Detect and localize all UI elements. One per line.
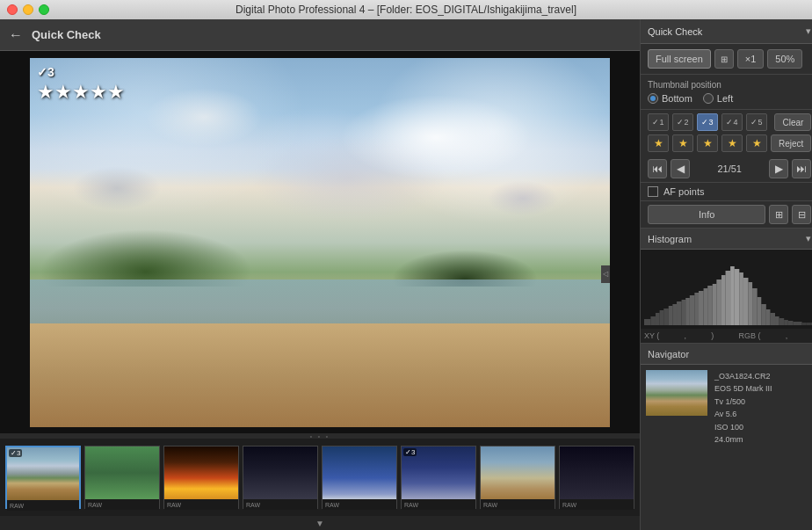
- zoom-button[interactable]: 50%: [767, 49, 802, 69]
- nav-first-button[interactable]: ⏮: [648, 159, 667, 178]
- svg-rect-23: [743, 278, 749, 325]
- radio-left[interactable]: Left: [703, 93, 733, 104]
- thumbnail-7[interactable]: RAW: [559, 446, 634, 509]
- check-badge-overlay: ✓3: [37, 65, 54, 79]
- back-button[interactable]: ←: [9, 27, 23, 43]
- thumbnail-2[interactable]: RAW: [163, 446, 239, 509]
- svg-rect-24: [748, 282, 752, 325]
- thumb-info-0: RAW: [7, 500, 79, 511]
- star-2[interactable]: ★: [672, 134, 693, 152]
- svg-rect-34: [793, 322, 797, 325]
- rgb-comma: ,: [786, 331, 788, 340]
- overlay-icon-button[interactable]: ⊞: [769, 205, 788, 224]
- thumb-img-3: [243, 447, 317, 499]
- thumb-img-4: [323, 447, 396, 499]
- info-button[interactable]: Info: [648, 205, 765, 224]
- svg-rect-22: [739, 272, 743, 325]
- thumbnail-5[interactable]: ✓3 RAW: [401, 446, 476, 509]
- check-5[interactable]: ✓5: [746, 113, 767, 131]
- quick-check-label: Quick Check: [648, 26, 702, 37]
- histogram-label: Histogram: [648, 234, 692, 244]
- thumbnail-6[interactable]: RAW: [480, 446, 555, 509]
- check-3[interactable]: ✓3: [697, 113, 718, 131]
- xy-comma: ,: [685, 331, 687, 340]
- histogram-section: Histogram ▾: [641, 229, 812, 344]
- svg-rect-33: [788, 321, 794, 325]
- navigator-thumbnail: [646, 370, 707, 416]
- thumbnail-position-label: Thumbnail position: [648, 80, 811, 90]
- thumbnail-1[interactable]: RAW: [84, 446, 160, 509]
- histogram-values: XY ( , ) RGB ( , ): [641, 329, 812, 343]
- star-1[interactable]: ★: [648, 134, 669, 152]
- thumb-badge-5: ✓3: [403, 448, 417, 456]
- svg-rect-18: [721, 275, 726, 325]
- radio-bottom[interactable]: Bottom: [648, 93, 692, 104]
- x1-button[interactable]: ×1: [737, 49, 765, 69]
- check-1[interactable]: ✓1: [648, 113, 669, 131]
- svg-rect-12: [694, 293, 699, 325]
- svg-rect-1: [644, 319, 650, 325]
- nav-counter: 21/51: [693, 163, 765, 174]
- svg-rect-27: [761, 304, 766, 325]
- view-buttons-row: Full screen ⊞ ×1 50%: [641, 44, 812, 75]
- navigator-section: Navigator _O3A1824.CR2 EOS 5D Mark III T…: [641, 344, 812, 530]
- check-2[interactable]: ✓2: [672, 113, 693, 131]
- af-points-label: AF points: [663, 186, 704, 197]
- svg-rect-32: [784, 320, 788, 325]
- af-points-checkbox[interactable]: [648, 186, 658, 197]
- thumbnail-3[interactable]: RAW: [243, 446, 318, 509]
- reject-button[interactable]: Reject: [771, 134, 811, 152]
- star-5[interactable]: ★: [746, 134, 767, 152]
- nav-iso: ISO 100: [714, 421, 772, 433]
- histogram-canvas: [641, 250, 812, 329]
- star-4[interactable]: ★: [721, 134, 743, 152]
- svg-rect-3: [656, 313, 660, 325]
- histogram-expand-icon[interactable]: ▾: [806, 233, 811, 244]
- thumb-info-1: RAW: [85, 499, 159, 510]
- thumb-info-7: RAW: [560, 499, 634, 510]
- svg-rect-13: [699, 291, 704, 325]
- minimize-button[interactable]: [23, 4, 33, 15]
- svg-rect-8: [677, 301, 682, 325]
- thumb-badge-0: ✓3: [9, 449, 22, 457]
- nav-prev-button[interactable]: ◀: [671, 159, 690, 178]
- svg-rect-29: [770, 313, 775, 325]
- nav-next-button[interactable]: ▶: [769, 159, 788, 178]
- clear-button[interactable]: Clear: [774, 113, 811, 131]
- navigator-content: _O3A1824.CR2 EOS 5D Mark III Tv 1/500 Av…: [641, 365, 812, 451]
- window-title: Digital Photo Professional 4 – [Folder: …: [236, 4, 576, 16]
- histogram-header: Histogram ▾: [641, 229, 812, 250]
- main-photo: ✓3 ★★★★★: [30, 58, 610, 427]
- full-screen-button[interactable]: Full screen: [648, 49, 711, 69]
- svg-rect-19: [726, 271, 731, 325]
- panel-expand-button[interactable]: ◁: [601, 265, 610, 283]
- star-3[interactable]: ★: [697, 134, 718, 152]
- thumbnail-4[interactable]: RAW: [322, 446, 397, 509]
- compare-button[interactable]: ⊞: [714, 49, 734, 69]
- nav-thumb-image: [646, 370, 707, 416]
- quick-check-dropdown-icon[interactable]: ▾: [806, 25, 811, 37]
- stars-overlay: ★★★★★: [37, 81, 125, 104]
- thumbnail-0[interactable]: ✓3 RAW: [5, 446, 81, 509]
- close-button[interactable]: [7, 4, 18, 15]
- layout-icon-button[interactable]: ⊟: [792, 205, 811, 224]
- radio-bottom-dot[interactable]: [648, 93, 658, 104]
- nav-last-button[interactable]: ⏭: [792, 159, 811, 178]
- thumb-img-7: [560, 447, 634, 499]
- navigator-info: _O3A1824.CR2 EOS 5D Mark III Tv 1/500 Av…: [714, 370, 772, 446]
- nav-filename: _O3A1824.CR2: [714, 370, 772, 382]
- check-4[interactable]: ✓4: [721, 113, 743, 131]
- maximize-button[interactable]: [39, 4, 49, 15]
- radio-left-dot[interactable]: [703, 93, 714, 104]
- svg-rect-26: [758, 297, 762, 325]
- svg-rect-30: [775, 316, 779, 325]
- radio-bottom-label: Bottom: [662, 93, 692, 104]
- svg-rect-21: [735, 269, 740, 325]
- beach-layer: [30, 323, 610, 427]
- svg-rect-15: [707, 286, 713, 325]
- titlebar: Digital Photo Professional 4 – [Folder: …: [0, 0, 812, 19]
- svg-rect-9: [682, 300, 686, 325]
- image-area: ✓3 ★★★★★: [0, 51, 640, 433]
- strip-scroll-down[interactable]: ▼: [0, 516, 640, 530]
- svg-rect-31: [779, 318, 785, 325]
